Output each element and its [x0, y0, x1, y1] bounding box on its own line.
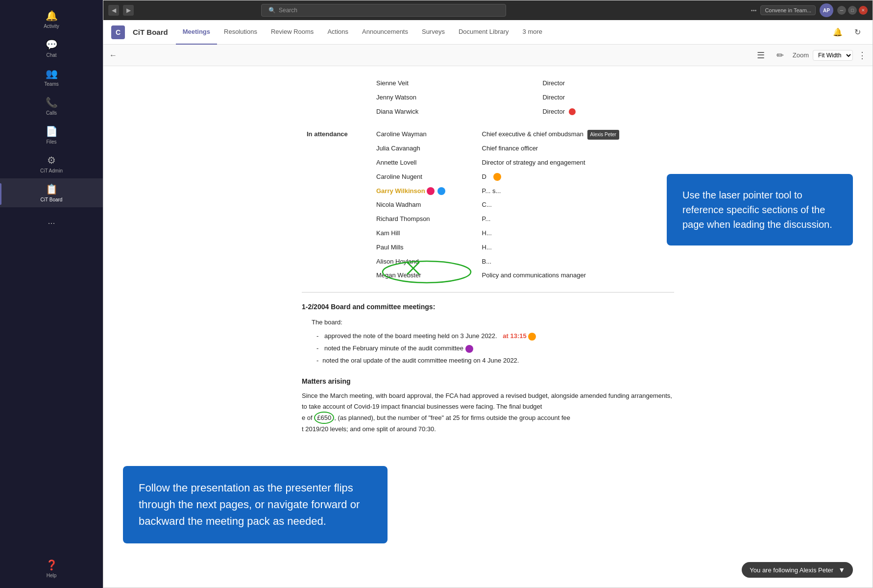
- attendee-role-richard: P...: [478, 213, 673, 226]
- notification-icon[interactable]: 🔔: [830, 25, 845, 40]
- tab-resolutions[interactable]: Resolutions: [217, 20, 264, 45]
- sidebar-item-more[interactable]: ...: [0, 207, 103, 235]
- search-bar[interactable]: 🔍 Search: [261, 4, 506, 17]
- doc-back-button[interactable]: ←: [109, 51, 117, 60]
- attendee-name-paul: Paul Mills: [372, 241, 477, 254]
- table-row: Megan Webster Policy and communications …: [303, 269, 673, 282]
- participant-dot-red: [427, 187, 435, 195]
- doc-toolbar: ← ☰ ✏ Zoom Fit Width 50% 75% 100% 125% 1…: [103, 45, 873, 66]
- sidebar-item-cit-board[interactable]: 📋 CiT Board: [0, 178, 103, 207]
- sidebar-item-label: Activity: [44, 24, 59, 29]
- titlebar-nav: ◀ ▶: [108, 5, 134, 16]
- attendance-table: In attendance Caroline Wayman Chief exec…: [302, 127, 674, 283]
- sidebar-item-calls[interactable]: 📞 Calls: [0, 92, 103, 121]
- back-button[interactable]: ◀: [108, 5, 119, 16]
- edit-icon[interactable]: ✏: [773, 48, 788, 63]
- attendee-role-julia: Chief finance officer: [478, 142, 673, 155]
- attendee-name-garry: Garry Wilkinson: [372, 185, 477, 198]
- directors-table: Sienne Veit Director Jenny Watson Direct…: [302, 76, 674, 119]
- director-name-jenny: Jenny Watson: [372, 91, 537, 104]
- sidebar-item-cit-admin[interactable]: ⚙ CiT Admin: [0, 149, 103, 178]
- maximize-button[interactable]: □: [848, 6, 857, 15]
- list-item: noted the oral update of the audit commi…: [316, 355, 674, 367]
- table-row: Garry Wilkinson P... s...: [303, 185, 673, 198]
- board-intro: The board:: [312, 318, 674, 328]
- refresh-icon[interactable]: ↻: [850, 25, 865, 40]
- teams-icon: 👥: [46, 68, 58, 79]
- search-icon: 🔍: [268, 7, 276, 14]
- forward-button[interactable]: ▶: [123, 5, 134, 16]
- sidebar-item-teams[interactable]: 👥 Teams: [0, 63, 103, 92]
- help-button[interactable]: ❓ Help: [46, 554, 58, 583]
- attendee-role-annette: Director of strategy and engagement: [478, 156, 673, 170]
- attendee-role-kam: H...: [478, 227, 673, 240]
- matters-text-2: e of £650, (as planned), but the number …: [302, 412, 674, 424]
- attendee-role-caroline-n: D...: [478, 171, 673, 184]
- tab-review-rooms[interactable]: Review Rooms: [264, 20, 320, 45]
- close-button[interactable]: ✕: [859, 6, 868, 15]
- tab-meetings[interactable]: Meetings: [176, 20, 217, 45]
- attendee-name-megan: Megan Webster: [372, 269, 477, 282]
- cit-admin-icon: ⚙: [47, 154, 56, 166]
- table-row: In attendance Caroline Wayman Chief exec…: [303, 128, 673, 141]
- sidebar-item-activity[interactable]: 🔔 Activity: [0, 5, 103, 34]
- in-attendance-label: In attendance: [303, 128, 371, 141]
- following-text: You are following Alexis Peter: [750, 566, 833, 574]
- zoom-label: Zoom: [793, 51, 809, 59]
- calls-icon: 📞: [46, 97, 58, 108]
- sidebar-item-chat[interactable]: 💬 Chat: [0, 34, 103, 63]
- matters-section: Matters arising Since the March meeting,…: [302, 376, 674, 435]
- zoom-dropdown[interactable]: Fit Width 50% 75% 100% 125% 150%: [813, 50, 853, 61]
- circled-amount: £650: [314, 412, 334, 424]
- avatar: AP: [820, 3, 833, 17]
- sidebar-item-label: Calls: [46, 110, 57, 116]
- list-view-icon[interactable]: ☰: [753, 48, 768, 63]
- sidebar-item-label: Teams: [44, 81, 58, 87]
- attendee-name-caroline-n: Caroline Nugent: [372, 171, 477, 184]
- table-row: Sienne Veit Director: [303, 77, 673, 90]
- convene-team-label: Convene in Team...: [765, 7, 811, 13]
- sidebar-item-label: Chat: [46, 52, 56, 58]
- convene-team-button[interactable]: Convene in Team...: [760, 5, 816, 15]
- following-bar[interactable]: You are following Alexis Peter ▼: [742, 562, 853, 578]
- app-logo: C: [111, 25, 125, 39]
- app-header: C CiT Board Meetings Resolutions Review …: [103, 20, 873, 45]
- active-indicator: [0, 183, 1, 205]
- doc-area[interactable]: Sienne Veit Director Jenny Watson Direct…: [103, 66, 873, 588]
- section-divider: [302, 292, 674, 293]
- tab-document-library[interactable]: Document Library: [452, 20, 516, 45]
- more-icon: ...: [48, 212, 55, 230]
- toolbar-more-button[interactable]: ⋮: [858, 50, 867, 61]
- tab-more[interactable]: 3 more: [516, 20, 549, 45]
- list-item: approved the note of the board meeting h…: [316, 330, 674, 343]
- director-role-jenny: Director: [538, 91, 673, 104]
- sidebar-help[interactable]: ❓ Help: [46, 554, 58, 583]
- attendee-role-nicola: C...: [478, 198, 673, 212]
- titlebar-right: ••• Convene in Team... AP ─ □ ✕: [751, 3, 868, 17]
- nav-tabs: Meetings Resolutions Review Rooms Action…: [176, 20, 549, 45]
- table-row: Nicola Wadham C...: [303, 198, 673, 212]
- callout-follow-presentation: Follow the presentation as the presenter…: [123, 466, 388, 543]
- attendee-name-richard: Richard Thompson: [372, 213, 477, 226]
- tab-surveys[interactable]: Surveys: [415, 20, 452, 45]
- table-row: Annette Lovell Director of strategy and …: [303, 156, 673, 170]
- minimize-button[interactable]: ─: [837, 6, 846, 15]
- bullet-list: approved the note of the board meeting h…: [316, 330, 674, 367]
- matters-text-3: t 2019/20 levels; and ome split of aroun…: [302, 424, 674, 434]
- app-header-right: 🔔 ↻: [830, 25, 865, 40]
- cit-board-icon: 📋: [46, 183, 58, 195]
- table-row: Kam Hill H...: [303, 227, 673, 240]
- table-row: Caroline Nugent D...: [303, 171, 673, 184]
- sidebar-item-files[interactable]: 📄 Files: [0, 121, 103, 149]
- attendee-role-paul: H...: [478, 241, 673, 254]
- window-controls: ─ □ ✕: [837, 6, 868, 15]
- search-placeholder: Search: [279, 7, 297, 14]
- following-chevron[interactable]: ▼: [838, 566, 845, 574]
- table-row: Jenny Watson Director: [303, 91, 673, 104]
- sidebar: 🔔 Activity 💬 Chat 👥 Teams 📞 Calls 📄 File…: [0, 0, 103, 588]
- tab-announcements[interactable]: Announcements: [355, 20, 415, 45]
- table-row: Alison Hoyland B...: [303, 255, 673, 269]
- tab-actions[interactable]: Actions: [320, 20, 355, 45]
- matters-text-1: Since the March meeting, with board appr…: [302, 391, 674, 412]
- callout-laser-pointer: Use the laser pointer tool to reference …: [667, 174, 853, 245]
